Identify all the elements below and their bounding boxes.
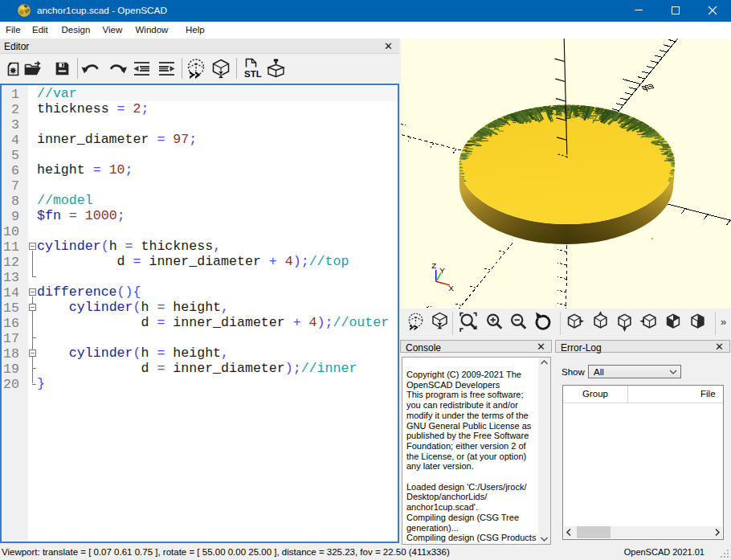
svg-text:X: X <box>448 284 454 292</box>
svg-text:»: » <box>721 316 726 328</box>
svg-text:Y: Y <box>439 266 445 275</box>
svg-text:STL: STL <box>244 69 262 79</box>
svg-text:Z: Z <box>431 261 436 270</box>
